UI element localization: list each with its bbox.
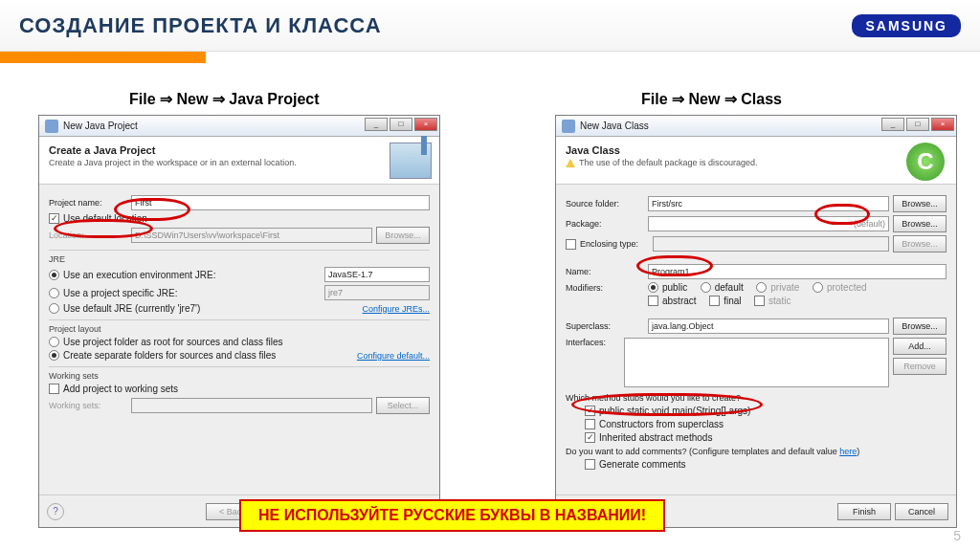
jre-env-select[interactable]: JavaSE-1.7 xyxy=(324,267,430,282)
private-radio xyxy=(756,282,767,293)
project-name-label: Project name: xyxy=(49,198,127,208)
jre-env-radio[interactable] xyxy=(49,270,59,280)
layout-separate-radio[interactable] xyxy=(49,350,59,361)
close-icon[interactable]: × xyxy=(414,118,437,131)
browse-button[interactable]: Browse... xyxy=(893,195,947,212)
layout-separate-label: Create separate folders for sources and … xyxy=(63,350,353,361)
superclass-input[interactable]: java.lang.Object xyxy=(648,318,889,334)
dialog-heading: Create a Java Project xyxy=(49,144,155,156)
modifiers-label: Modifiers: xyxy=(566,283,644,293)
breadcrumb-right: File ⇒ New ⇒ Class xyxy=(641,90,782,108)
workingsets-section: Working sets xyxy=(49,366,430,381)
package-label: Package: xyxy=(566,219,644,229)
use-default-checkbox[interactable] xyxy=(49,213,59,224)
browse-button[interactable]: Browse... xyxy=(893,215,947,232)
location-label: Location: xyxy=(49,231,127,240)
main-label: public static void main(String[] args) xyxy=(599,406,750,416)
min-icon[interactable]: _ xyxy=(365,118,388,131)
breadcrumb-left: File ⇒ New ⇒ Java Project xyxy=(129,90,320,108)
source-folder-label: Source folder: xyxy=(566,199,644,209)
accent-bar xyxy=(0,52,206,63)
superclass-label: Superclass: xyxy=(566,321,644,331)
public-radio[interactable] xyxy=(648,282,658,293)
inherited-checkbox[interactable] xyxy=(585,432,595,443)
warning-icon xyxy=(566,159,575,167)
enclosing-checkbox[interactable] xyxy=(566,239,576,250)
stubs-label: Which method stubs would you like to cre… xyxy=(566,393,947,403)
final-checkbox[interactable] xyxy=(709,296,720,306)
interfaces-label: Interfaces: xyxy=(566,338,620,347)
new-java-project-dialog: New Java Project _□× Create a Java Proje… xyxy=(38,115,440,528)
help-icon[interactable]: ? xyxy=(47,503,64,520)
generate-comments-label: Generate comments xyxy=(599,459,686,470)
max-icon[interactable]: □ xyxy=(390,118,412,131)
package-input[interactable]: (default) xyxy=(648,216,889,231)
add-ws-checkbox[interactable] xyxy=(49,384,59,394)
main-checkbox[interactable] xyxy=(585,406,595,416)
here-link[interactable]: here xyxy=(839,447,857,456)
interfaces-list[interactable] xyxy=(624,338,889,387)
ws-input xyxy=(131,398,372,413)
eclipse-icon xyxy=(45,120,58,133)
inherited-label: Inherited abstract methods xyxy=(599,432,712,443)
jre-default-radio[interactable] xyxy=(49,303,59,314)
add-button[interactable]: Add... xyxy=(893,338,947,355)
default-radio[interactable] xyxy=(701,282,711,293)
window-title: New Java Project xyxy=(63,121,138,131)
layout-root-label: Use project folder as root for sources a… xyxy=(63,337,283,347)
dialog-heading: Java Class xyxy=(566,144,620,156)
location-input: D:\SSDWin7Users\vv\workspace\First xyxy=(131,228,372,243)
constructors-label: Constructors from superclass xyxy=(599,419,724,429)
layout-root-radio[interactable] xyxy=(49,337,59,347)
source-folder-input[interactable]: First/src xyxy=(648,196,889,211)
titlebar[interactable]: New Java Project _□× xyxy=(39,116,439,137)
ws-label: Working sets: xyxy=(49,401,127,410)
use-default-label: Use default location xyxy=(63,213,147,224)
slide-title: СОЗДАНИЕ ПРОЕКТА И КЛАССА xyxy=(19,13,382,38)
folder-icon xyxy=(390,143,432,179)
titlebar[interactable]: New Java Class _□× xyxy=(556,116,956,137)
browse-button: Browse... xyxy=(893,235,947,253)
max-icon[interactable]: □ xyxy=(906,118,929,131)
browse-button[interactable]: Browse... xyxy=(893,318,947,335)
enclosing-label: Enclosing type: xyxy=(580,239,649,249)
browse-button: Browse... xyxy=(376,227,430,244)
finish-button[interactable]: Finish xyxy=(837,503,891,520)
jre-default-label: Use default JRE (currently 'jre7') xyxy=(63,303,358,314)
new-java-class-dialog: New Java Class _□× Java Class The use of… xyxy=(555,115,957,528)
cancel-button[interactable]: Cancel xyxy=(895,503,948,520)
enclosing-input xyxy=(653,236,889,252)
jre-env-label: Use an execution environment JRE: xyxy=(63,270,321,280)
page-number: 5 xyxy=(953,528,961,543)
jre-specific-select: jre7 xyxy=(324,285,430,300)
layout-section: Project layout xyxy=(49,319,430,334)
warning-banner: НЕ ИСПОЛЬЗУЙТЕ РУССКИЕ БУКВЫ В НАЗВАНИИ! xyxy=(239,499,665,532)
static-checkbox xyxy=(754,296,765,306)
close-icon[interactable]: × xyxy=(931,118,954,131)
jre-specific-radio[interactable] xyxy=(49,288,59,298)
select-button: Select... xyxy=(376,397,430,414)
abstract-checkbox[interactable] xyxy=(648,296,658,306)
comments-label: Do you want to add comments? (Configure … xyxy=(566,447,837,456)
remove-button: Remove xyxy=(893,358,947,375)
protected-radio xyxy=(813,282,823,293)
configure-default-link[interactable]: Configure default... xyxy=(357,351,430,361)
generate-comments-checkbox[interactable] xyxy=(585,459,595,470)
min-icon[interactable]: _ xyxy=(881,118,904,131)
name-input[interactable]: Program1 xyxy=(648,264,947,279)
class-icon: C xyxy=(906,143,948,179)
jre-specific-label: Use a project specific JRE: xyxy=(63,288,321,298)
eclipse-icon xyxy=(562,120,575,133)
dialog-sub: Create a Java project in the workspace o… xyxy=(49,158,430,167)
jre-section: JRE xyxy=(49,250,430,264)
constructors-checkbox[interactable] xyxy=(585,419,595,429)
configure-jre-link[interactable]: Configure JREs... xyxy=(362,304,430,314)
add-ws-label: Add project to working sets xyxy=(63,384,178,394)
project-name-input[interactable]: First xyxy=(131,195,430,210)
name-label: Name: xyxy=(566,267,644,276)
dialog-sub: The use of the default package is discou… xyxy=(579,158,758,167)
window-title: New Java Class xyxy=(580,121,649,131)
logo: SAMSUNG xyxy=(852,14,961,37)
